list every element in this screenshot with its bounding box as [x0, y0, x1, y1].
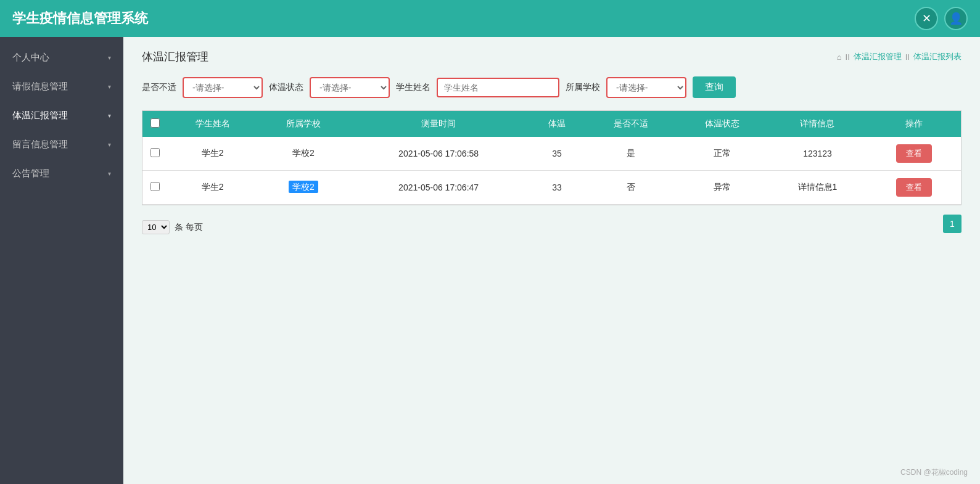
sidebar-label-temperature: 体温汇报管理 [12, 110, 68, 121]
breadcrumb-row: 体温汇报管理 ⌂ II 体温汇报管理 II 体温汇报列表 [142, 49, 961, 64]
page-number-1[interactable]: 1 [943, 215, 961, 233]
label-student-name: 学生姓名 [396, 82, 430, 93]
sidebar-label-personal: 个人中心 [12, 52, 49, 64]
settings-icon[interactable]: ✕ [915, 7, 938, 30]
table-row: 学生2 学校2 2021-05-06 17:06:58 35 是 正常 1231… [142, 137, 961, 171]
sidebar-item-leave[interactable]: 请假信息管理 ▾ [0, 72, 123, 101]
search-button[interactable]: 查询 [693, 76, 736, 98]
row1-discomfort: 是 [586, 137, 677, 171]
row2-detail: 详情信息1 [767, 171, 867, 205]
data-table-container: 学生姓名 所属学校 测量时间 体温 是否不适 体温状态 详情信息 操作 [142, 110, 961, 205]
row2-checkbox[interactable] [150, 182, 160, 191]
row2-checkbox-cell [142, 171, 167, 205]
sidebar-item-personal[interactable]: 个人中心 ▾ [0, 43, 123, 72]
row2-student: 学生2 [167, 171, 258, 205]
breadcrumb-link[interactable]: 体温汇报管理 [854, 51, 902, 62]
chevron-down-icon-message: ▾ [108, 141, 111, 148]
sidebar-label-announcement: 公告管理 [12, 168, 49, 179]
page-title: 体温汇报管理 [142, 49, 208, 64]
row2-view-button[interactable]: 查看 [896, 178, 932, 197]
app-header: 学生疫情信息管理系统 ✕ 👤 [0, 0, 980, 37]
row1-student: 学生2 [167, 137, 258, 171]
label-school: 所属学校 [566, 82, 600, 93]
row2-school-highlight: 学校2 [289, 181, 318, 193]
th-student-name: 学生姓名 [167, 111, 258, 137]
select-temp-status[interactable]: -请选择- 正常 异常 [310, 77, 390, 98]
row1-action: 查看 [868, 137, 961, 171]
row1-view-button[interactable]: 查看 [896, 144, 932, 163]
row2-time: 2021-05-06 17:06:47 [349, 171, 529, 205]
th-school: 所属学校 [258, 111, 348, 137]
row2-temp: 33 [529, 171, 586, 205]
row2-status: 异常 [677, 171, 767, 205]
chevron-down-icon-announcement: ▾ [108, 170, 111, 177]
row1-detail: 123123 [767, 137, 867, 171]
th-checkbox [142, 111, 167, 137]
breadcrumb: ⌂ II 体温汇报管理 II 体温汇报列表 [837, 51, 961, 62]
pagination-bar: 10 20 50 条 每页 [142, 220, 203, 234]
row1-temp: 35 [529, 137, 586, 171]
sidebar-item-temperature[interactable]: 体温汇报管理 ▾ [0, 101, 123, 130]
app-title: 学生疫情信息管理系统 [12, 9, 148, 28]
per-page-select[interactable]: 10 20 50 [142, 220, 170, 234]
row1-checkbox-cell [142, 137, 167, 171]
breadcrumb-sep1: II [846, 52, 850, 62]
th-temp-status: 体温状态 [677, 111, 767, 137]
search-input-student[interactable] [437, 78, 559, 97]
search-bar: 是否不适 -请选择- 是 否 体温状态 -请选择- 正常 异常 学生姓名 所属学… [142, 76, 961, 98]
row1-school: 学校2 [258, 137, 348, 171]
th-temp: 体温 [529, 111, 586, 137]
sidebar-item-announcement[interactable]: 公告管理 ▾ [0, 159, 123, 188]
th-time: 测量时间 [349, 111, 529, 137]
table-row: 学生2 学校2 2021-05-06 17:06:47 33 否 异常 详情信息… [142, 171, 961, 205]
select-discomfort[interactable]: -请选择- 是 否 [183, 77, 263, 98]
th-action: 操作 [868, 111, 961, 137]
row2-school: 学校2 [258, 171, 348, 205]
row1-time: 2021-05-06 17:06:58 [349, 137, 529, 171]
main-layout: 个人中心 ▾ 请假信息管理 ▾ 体温汇报管理 ▾ 留言信息管理 ▾ 公告管理 ▾… [0, 37, 980, 484]
header-icon-group: ✕ 👤 [915, 7, 968, 30]
data-table: 学生姓名 所属学校 测量时间 体温 是否不适 体温状态 详情信息 操作 [142, 111, 961, 205]
footer-credit: CSDN @花椒coding [900, 467, 968, 478]
chevron-down-icon-temperature: ▾ [108, 112, 111, 119]
row2-discomfort: 否 [586, 171, 677, 205]
main-content: 体温汇报管理 ⌂ II 体温汇报管理 II 体温汇报列表 是否不适 -请选择- … [123, 37, 980, 484]
row1-checkbox[interactable] [150, 148, 160, 157]
pagination-row: 10 20 50 条 每页 1 [142, 213, 961, 234]
th-detail: 详情信息 [767, 111, 867, 137]
th-discomfort: 是否不适 [586, 111, 677, 137]
sidebar: 个人中心 ▾ 请假信息管理 ▾ 体温汇报管理 ▾ 留言信息管理 ▾ 公告管理 ▾ [0, 37, 123, 484]
select-all-checkbox[interactable] [150, 118, 160, 128]
breadcrumb-sep2: II [905, 52, 910, 62]
row1-status: 正常 [677, 137, 767, 171]
home-icon: ⌂ [837, 52, 842, 62]
breadcrumb-current: 体温汇报列表 [913, 51, 961, 62]
select-school[interactable]: -请选择- 学校1 学校2 学校3 [606, 77, 686, 98]
chevron-down-icon-leave: ▾ [108, 83, 111, 90]
label-discomfort: 是否不适 [142, 82, 176, 93]
sidebar-label-message: 留言信息管理 [12, 139, 68, 150]
chevron-down-icon-personal: ▾ [108, 54, 111, 61]
row2-action: 查看 [868, 171, 961, 205]
sidebar-label-leave: 请假信息管理 [12, 81, 68, 92]
label-temp-status: 体温状态 [269, 82, 303, 93]
per-page-label: 条 每页 [175, 222, 203, 233]
user-icon[interactable]: 👤 [944, 7, 968, 30]
table-header-row: 学生姓名 所属学校 测量时间 体温 是否不适 体温状态 详情信息 操作 [142, 111, 961, 137]
sidebar-item-message[interactable]: 留言信息管理 ▾ [0, 130, 123, 159]
